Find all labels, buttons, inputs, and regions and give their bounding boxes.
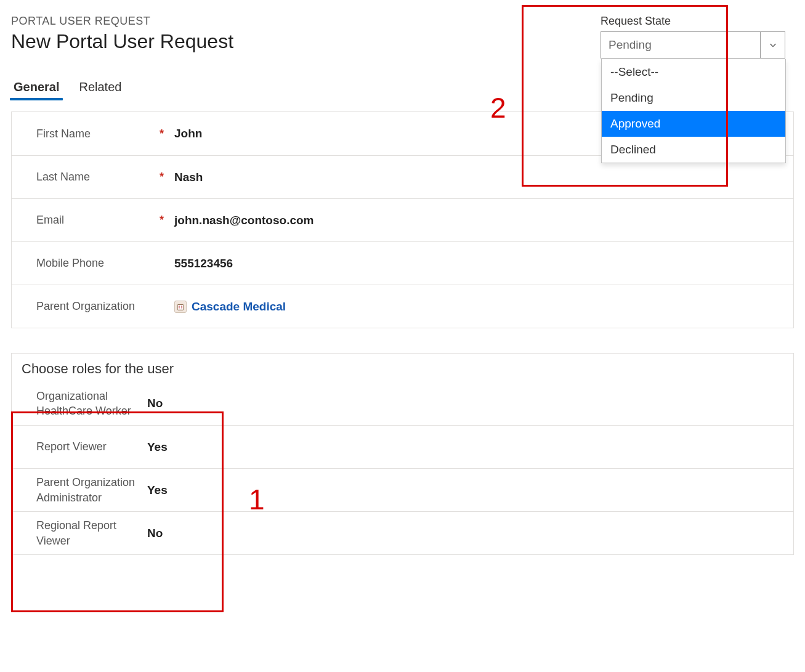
option-select-placeholder[interactable]: --Select-- (602, 59, 785, 85)
svg-rect-3 (179, 307, 180, 308)
required-asterisk: * (160, 171, 174, 184)
role-label: Organizational HealthCare Worker (36, 389, 147, 419)
field-parent-organization: Parent Organization Cascade Medical (12, 285, 793, 328)
request-state-select[interactable]: Pending --Select-- Pending Approved Decl… (601, 31, 785, 59)
role-label: Parent Organization Administrator (36, 475, 147, 505)
parent-org-value[interactable]: Cascade Medical (174, 300, 781, 314)
option-declined[interactable]: Declined (602, 137, 785, 163)
roles-panel: Choose roles for the user Organizational… (11, 353, 794, 555)
first-name-label: First Name (36, 126, 160, 141)
field-email: Email * john.nash@contoso.com (12, 198, 793, 241)
request-state-control: Request State Pending --Select-- Pending… (591, 9, 794, 65)
email-value[interactable]: john.nash@contoso.com (174, 214, 781, 227)
required-asterisk: * (160, 128, 174, 140)
role-row-org-healthcare-worker: Organizational HealthCare Worker No (12, 382, 793, 425)
role-label: Report Viewer (36, 439, 147, 454)
roles-section-title: Choose roles for the user (12, 354, 793, 382)
last-name-label: Last Name (36, 169, 160, 184)
svg-rect-2 (181, 306, 182, 307)
building-icon (174, 301, 187, 313)
svg-rect-4 (181, 307, 182, 308)
role-value[interactable]: No (147, 527, 184, 540)
role-value[interactable]: Yes (147, 484, 184, 497)
svg-rect-1 (179, 306, 180, 307)
mobile-phone-value[interactable]: 555123456 (174, 257, 781, 270)
option-pending[interactable]: Pending (602, 85, 785, 111)
field-mobile-phone: Mobile Phone 555123456 (12, 241, 793, 285)
role-label: Regional Report Viewer (36, 518, 147, 548)
tab-related[interactable]: Related (78, 78, 123, 99)
parent-org-label: Parent Organization (36, 299, 160, 314)
required-asterisk: * (160, 214, 174, 227)
role-value[interactable]: No (147, 397, 184, 410)
request-state-label: Request State (601, 15, 788, 28)
option-approved[interactable]: Approved (602, 111, 785, 137)
last-name-value[interactable]: Nash (174, 171, 781, 184)
mobile-phone-label: Mobile Phone (36, 256, 160, 270)
request-state-selected-value: Pending (601, 32, 760, 58)
parent-org-link-text: Cascade Medical (192, 300, 286, 314)
request-state-dropdown: --Select-- Pending Approved Declined (601, 59, 786, 163)
email-label: Email (36, 213, 160, 227)
role-row-report-viewer: Report Viewer Yes (12, 425, 793, 468)
role-row-regional-report-viewer: Regional Report Viewer No (12, 511, 793, 554)
svg-rect-0 (177, 304, 184, 310)
tab-general[interactable]: General (12, 78, 60, 99)
role-value[interactable]: Yes (147, 440, 184, 454)
role-row-parent-org-admin: Parent Organization Administrator Yes (12, 468, 793, 511)
chevron-down-icon[interactable] (760, 32, 785, 58)
